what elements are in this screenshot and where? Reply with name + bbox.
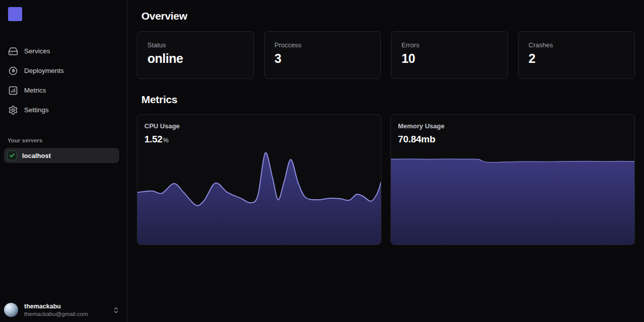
overview-title: Overview: [141, 10, 635, 22]
chevrons-up-down-icon: [112, 306, 120, 314]
sidebar-item-settings[interactable]: Settings: [0, 100, 127, 120]
stat-card-crashes: Crashes 2: [518, 31, 635, 79]
memory-usage-chart-card: Memory Usage 70.84 mb: [390, 114, 635, 245]
user-meta: themackabu themackabu@gmail.com: [24, 303, 88, 317]
chart-title: CPU Usage: [144, 122, 180, 130]
stat-value: online: [147, 51, 244, 66]
app-logo[interactable]: [8, 7, 22, 21]
stat-label: Status: [147, 41, 244, 49]
charts-row: CPU Usage 1.52 % Memory Usage: [137, 114, 635, 245]
sidebar-item-label: Metrics: [24, 87, 46, 94]
stat-value: 3: [275, 51, 371, 66]
chart-current-value: 1.52 %: [144, 134, 180, 145]
stat-label: Crashes: [529, 41, 625, 49]
chart-header: CPU Usage 1.52 %: [144, 122, 180, 145]
stat-value: 10: [401, 51, 498, 66]
stat-card-process: Proccess 3: [264, 31, 381, 79]
check-icon: [7, 150, 17, 160]
server-name: localhost: [22, 152, 51, 159]
stat-card-errors: Errors 10: [391, 31, 508, 79]
flame-icon: [8, 66, 18, 76]
avatar: [4, 303, 18, 317]
user-menu-trigger[interactable]: themackabu themackabu@gmail.com: [0, 299, 127, 322]
stat-label: Errors: [401, 41, 498, 49]
cpu-usage-chart-card: CPU Usage 1.52 %: [137, 114, 381, 245]
chart-title: Memory Usage: [398, 122, 444, 130]
servers-heading: Your servers: [8, 137, 119, 143]
bar-chart-icon: [8, 86, 18, 96]
metrics-title: Metrics: [141, 94, 635, 106]
chart-value-number: 70.84: [398, 134, 421, 145]
sidebar-item-deployments[interactable]: Deployments: [0, 61, 127, 80]
hard-drive-icon: [8, 46, 18, 56]
stat-card-status: Status online: [137, 31, 254, 79]
stats-row: Status online Proccess 3 Errors 10 Crash…: [137, 31, 635, 79]
chart-header: Memory Usage 70.84 mb: [398, 122, 444, 145]
sidebar-item-label: Deployments: [24, 67, 64, 74]
chart-value-unit: %: [163, 136, 169, 144]
sidebar-item-metrics[interactable]: Metrics: [0, 80, 127, 100]
server-item-localhost[interactable]: localhost: [4, 148, 119, 163]
stat-value: 2: [529, 51, 625, 66]
user-email: themackabu@gmail.com: [24, 311, 88, 317]
sidebar: Services Deployments Metrics Settings Yo…: [0, 0, 127, 322]
sidebar-item-label: Settings: [24, 106, 49, 114]
sidebar-item-services[interactable]: Services: [0, 41, 127, 61]
chart-value-unit: mb: [421, 134, 435, 145]
sidebar-item-label: Services: [24, 47, 50, 55]
chart-value-number: 1.52: [144, 134, 163, 145]
sidebar-nav: Services Deployments Metrics Settings: [0, 41, 127, 120]
stat-label: Proccess: [275, 41, 371, 49]
chart-current-value: 70.84 mb: [398, 134, 444, 145]
user-name: themackabu: [24, 303, 88, 310]
main-content: Overview Status online Proccess 3 Errors…: [127, 0, 644, 322]
gear-icon: [8, 105, 18, 115]
